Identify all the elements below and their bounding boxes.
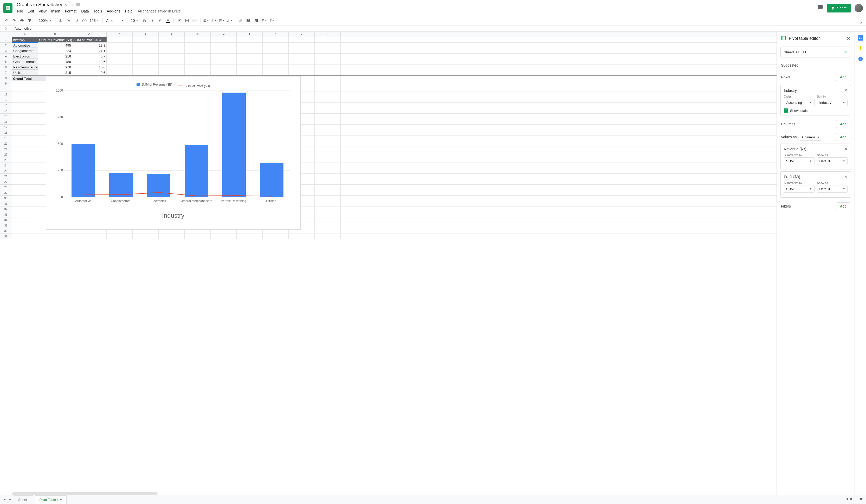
keep-icon[interactable] [858, 46, 863, 51]
cell[interactable] [12, 168, 38, 173]
cell[interactable] [12, 114, 38, 119]
cell[interactable] [12, 184, 38, 190]
cell[interactable] [12, 130, 38, 135]
row-header[interactable]: 9 [0, 81, 12, 86]
cell[interactable] [12, 81, 38, 86]
cell[interactable] [315, 195, 341, 201]
v-align-icon[interactable]: ▼ [210, 17, 218, 24]
cell[interactable] [12, 141, 38, 146]
cell[interactable] [315, 65, 341, 70]
row-header[interactable]: 29 [0, 190, 12, 195]
cell[interactable] [263, 48, 289, 53]
cell[interactable] [185, 234, 211, 239]
row-header[interactable]: 32 [0, 206, 12, 212]
cell[interactable] [263, 65, 289, 70]
menu-addons[interactable]: Add-ons [104, 8, 122, 14]
show-totals-checkbox[interactable]: ✓ Show totals [784, 109, 847, 113]
column-header[interactable]: I [237, 32, 263, 37]
cell[interactable] [289, 234, 315, 239]
sheet-area[interactable]: ABCDEFGHIJKL 123456789101112131415161718… [0, 32, 777, 495]
column-header[interactable]: F [159, 32, 185, 37]
cell[interactable] [185, 48, 211, 53]
cell[interactable] [263, 59, 289, 64]
cell[interactable] [12, 228, 38, 234]
font-size-select[interactable]: 10▼ [129, 17, 137, 24]
italic-icon[interactable]: I [149, 17, 156, 24]
cell[interactable] [315, 54, 341, 59]
cell[interactable] [315, 135, 341, 141]
tasks-icon[interactable] [858, 56, 863, 61]
column-header[interactable]: B [38, 32, 72, 37]
cell[interactable] [12, 97, 38, 102]
cell[interactable] [107, 59, 133, 64]
document-title[interactable]: Graphs in Spreadsheets [15, 2, 69, 8]
cell[interactable] [12, 212, 38, 217]
formula-input[interactable]: Automotive [12, 26, 866, 31]
cell[interactable] [159, 59, 185, 64]
pivot-range-input[interactable]: Sheet1!A1:F11 [780, 46, 851, 57]
wrap-icon[interactable]: ▼ [218, 17, 225, 24]
cell[interactable] [315, 212, 341, 217]
column-header[interactable]: E [133, 32, 159, 37]
share-button[interactable]: Share [827, 4, 851, 12]
cell[interactable] [315, 228, 341, 234]
row-header[interactable]: 23 [0, 157, 12, 163]
column-header[interactable]: J [263, 32, 289, 37]
cell[interactable] [133, 70, 159, 75]
cell[interactable] [12, 163, 38, 168]
cell[interactable] [133, 54, 159, 59]
row-header[interactable]: 4 [0, 54, 12, 59]
cell[interactable] [315, 179, 341, 184]
cell[interactable]: 216 [38, 54, 72, 59]
cell[interactable] [12, 92, 38, 97]
cell[interactable] [315, 152, 341, 157]
cell[interactable] [159, 70, 185, 75]
values-add-button[interactable]: Add [836, 133, 851, 141]
column-header[interactable]: H [211, 32, 237, 37]
row-header[interactable]: 3 [0, 48, 12, 54]
cell[interactable] [315, 43, 341, 48]
cell[interactable]: 15.6 [72, 65, 107, 70]
cell[interactable]: Industry [12, 37, 38, 42]
values-as-select[interactable]: Columns▼ [800, 134, 822, 141]
cell[interactable] [315, 76, 341, 81]
zoom-select[interactable]: 100%▼ [37, 17, 53, 24]
cell[interactable] [289, 48, 315, 53]
cell[interactable] [237, 70, 263, 75]
cell[interactable] [315, 141, 341, 146]
cell[interactable]: 13.6 [72, 59, 107, 64]
cell[interactable] [289, 37, 315, 42]
link-icon[interactable] [237, 17, 244, 24]
cell[interactable] [185, 43, 211, 48]
cell[interactable]: 224 [38, 48, 72, 53]
format-percent-icon[interactable]: % [65, 17, 72, 24]
comments-icon[interactable] [817, 4, 823, 11]
filters-add-button[interactable]: Add [836, 202, 851, 210]
cell[interactable] [237, 59, 263, 64]
cell[interactable] [237, 65, 263, 70]
cell[interactable] [263, 43, 289, 48]
cell[interactable]: 976 [38, 65, 72, 70]
functions-icon[interactable]: Σ▼ [268, 17, 275, 24]
row-header[interactable]: 33 [0, 212, 12, 217]
cell[interactable] [315, 223, 341, 228]
column-header[interactable]: K [289, 32, 315, 37]
cell[interactable] [133, 234, 159, 239]
select-range-icon[interactable] [843, 49, 847, 55]
row-header[interactable]: 26 [0, 174, 12, 179]
cell[interactable] [133, 59, 159, 64]
menu-tools[interactable]: Tools [91, 8, 104, 14]
order-select[interactable]: Ascending▼ [784, 99, 814, 107]
h-align-icon[interactable]: ▼ [202, 17, 210, 24]
calendar-icon[interactable]: 31 [858, 35, 863, 41]
cell[interactable] [289, 43, 315, 48]
bold-icon[interactable]: B [141, 17, 148, 24]
cell[interactable]: 24.1 [72, 48, 107, 53]
row-header[interactable]: 13 [0, 103, 12, 108]
cell[interactable] [315, 168, 341, 173]
showas-select[interactable]: Default▼ [817, 185, 848, 193]
cell[interactable] [159, 37, 185, 42]
merge-cells-icon[interactable]: ▼ [191, 17, 198, 24]
showas-select[interactable]: Default▼ [817, 157, 848, 165]
menu-data[interactable]: Data [79, 8, 91, 14]
